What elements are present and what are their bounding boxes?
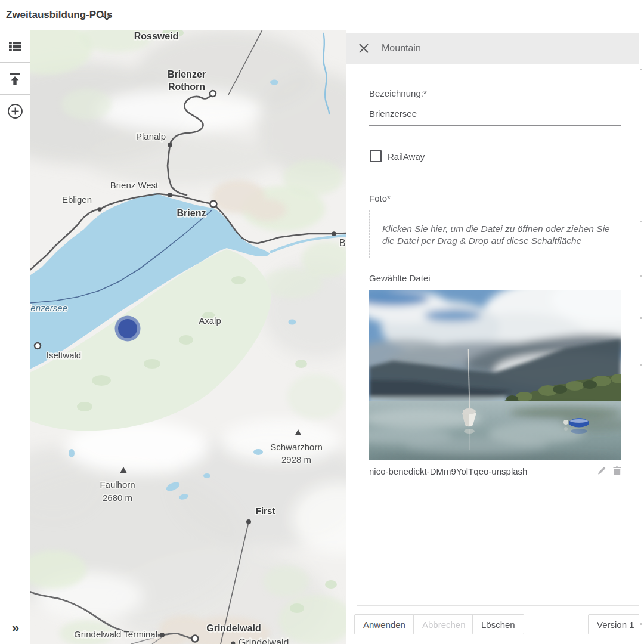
bezeichnung-input[interactable]: Brienzersee (369, 109, 621, 119)
close-icon (359, 44, 369, 53)
cancel-button[interactable]: Abbrechen (413, 614, 475, 634)
panel-title: Mountain (382, 43, 421, 54)
top-header-bar: Zweitausbildung-POIs (0, 0, 644, 30)
scrollbar-mark (640, 221, 642, 222)
chevron-down-icon[interactable] (103, 13, 111, 23)
panel-header: Mountain (346, 33, 639, 64)
map-label: Ebligen (62, 194, 92, 205)
scrollbar-strip[interactable] (639, 30, 644, 644)
foto-label: Foto* (369, 193, 391, 203)
version-button[interactable]: Version 1 (588, 614, 643, 634)
map-label: Brienz (177, 208, 206, 218)
map-label: Grindelwald (239, 637, 289, 644)
edit-panel: Mountain Bezeichnung:* Brienzersee RailA… (346, 30, 644, 644)
map-label: Grindelwald (206, 623, 261, 633)
apply-button[interactable]: Anwenden (354, 614, 414, 634)
add-circle-icon (7, 103, 23, 119)
bezeichnung-label: Bezeichnung:* (369, 88, 427, 98)
railaway-label: RailAway (388, 151, 425, 162)
edit-file-button[interactable] (597, 466, 606, 478)
app-window: Zweitausbildung-POIs (0, 0, 644, 644)
scrollbar-mark (640, 623, 642, 625)
expand-sidebar-button[interactable]: » (6, 618, 25, 638)
input-underline (369, 125, 621, 126)
map-label: First (256, 506, 275, 516)
map-label: Brienzer (168, 69, 206, 79)
file-dropzone[interactable]: Klicken Sie hier, um die Datei zu öffnen… (369, 210, 627, 258)
map-label-lake: ienzersee (30, 303, 67, 313)
map-label: Faulhorn (100, 479, 135, 490)
scrollbar-mark (640, 275, 642, 277)
list-icon (9, 42, 21, 51)
selected-filename: nico-benedickt-DMm9YolTqeo-unsplash (369, 466, 584, 476)
map-label-elevation: 2928 m (281, 454, 311, 465)
double-chevron-right-icon: » (12, 620, 20, 636)
left-toolbar (0, 30, 30, 644)
close-button[interactable] (359, 44, 370, 54)
map-label: Iseltwald (47, 350, 81, 360)
photo-thumbnail (369, 290, 621, 460)
selected-file-label: Gewählte Datei (369, 273, 431, 283)
add-button[interactable] (0, 95, 30, 127)
layer-title: Zweitausbildung-POIs (6, 9, 113, 21)
upload-button[interactable] (0, 63, 30, 95)
map-label: Schwarzhorn (270, 442, 323, 452)
map-label: B (339, 238, 346, 248)
scrollbar-mark (640, 317, 642, 319)
map-label: Rossweid (134, 31, 179, 41)
map[interactable]: Rossweid Brienzer Rothorn Planalp Brienz… (30, 30, 346, 644)
delete-button[interactable]: Löschen (472, 614, 524, 634)
map-label-elevation: 2680 m (103, 493, 132, 503)
list-button[interactable] (0, 30, 30, 63)
map-label: Axalp (199, 315, 221, 326)
scrollbar-mark (640, 364, 642, 366)
map-label: Rothorn (168, 82, 205, 92)
map-label: Grindelwald Terminal (74, 629, 157, 639)
pencil-icon (597, 466, 606, 475)
scrollbar-mark (640, 69, 642, 70)
map-label: Planalp (136, 131, 166, 141)
map-label: Brienz West (110, 180, 159, 190)
trash-icon (613, 466, 621, 475)
footer-divider (357, 605, 639, 606)
railaway-checkbox[interactable] (370, 150, 382, 162)
poi-marker[interactable] (115, 316, 141, 342)
delete-file-button[interactable] (613, 466, 621, 478)
upload-icon (9, 73, 21, 85)
